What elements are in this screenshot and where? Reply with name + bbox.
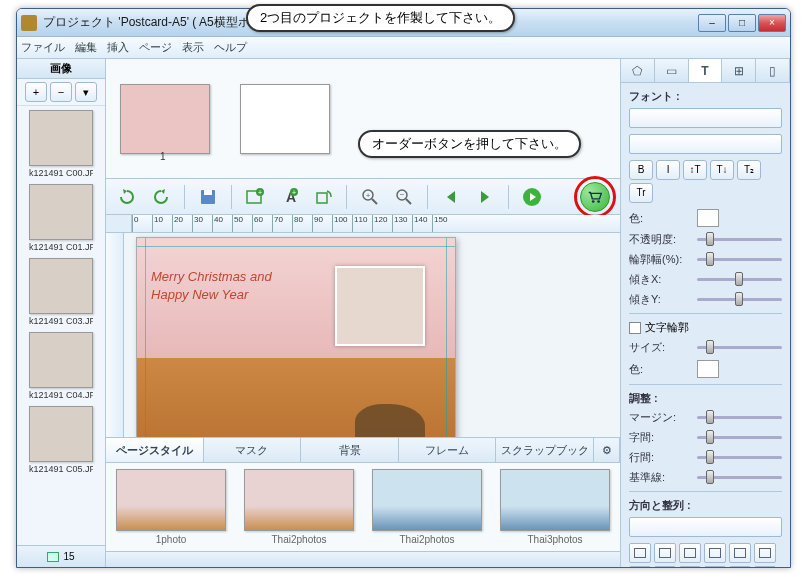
order-button[interactable] — [580, 182, 610, 212]
prop-baseline-label: 基準線: — [629, 470, 691, 485]
skewx-slider[interactable] — [697, 278, 782, 281]
image-thumb[interactable]: k121491 C00.JPG — [29, 110, 93, 178]
tab-settings-gear[interactable]: ⚙ — [594, 438, 620, 462]
bold-button[interactable]: B — [629, 160, 653, 180]
next-button[interactable] — [472, 184, 498, 210]
align-middle-button[interactable] — [729, 543, 751, 563]
outline-color-swatch[interactable] — [697, 360, 719, 378]
guide-line — [446, 238, 447, 437]
ruler-vertical — [106, 233, 124, 437]
align-h1-button[interactable] — [629, 566, 651, 567]
italic-button[interactable]: I — [656, 160, 680, 180]
align-v3-button[interactable] — [754, 566, 776, 567]
menu-insert[interactable]: 挿入 — [107, 40, 129, 55]
menu-view[interactable]: 表示 — [182, 40, 204, 55]
image-thumb[interactable]: k121491 C05.JPG — [29, 406, 93, 474]
image-thumb[interactable]: k121491 C04.JPG — [29, 332, 93, 400]
balloon-create-project: 2つ目のプロジェクトを作製して下さい。 — [246, 4, 515, 32]
rtab-page-icon[interactable]: ▯ — [756, 59, 790, 82]
prev-button[interactable] — [438, 184, 464, 210]
size-slider[interactable] — [697, 346, 782, 349]
font-size-combo[interactable] — [629, 134, 782, 154]
maximize-button[interactable]: □ — [728, 14, 756, 32]
play-button[interactable] — [519, 184, 545, 210]
tr-button[interactable]: Tr — [629, 183, 653, 203]
vertical-text-button[interactable]: ↕T — [683, 160, 707, 180]
rtab-align-icon[interactable]: ⊞ — [722, 59, 756, 82]
greeting-text[interactable]: Merry Christmas and Happy New Year — [151, 268, 272, 304]
align-v1-button[interactable] — [704, 566, 726, 567]
minimize-button[interactable]: – — [698, 14, 726, 32]
elephant-graphic[interactable] — [355, 404, 425, 437]
tp-button[interactable]: T↓ — [710, 160, 734, 180]
undo-button[interactable] — [114, 184, 140, 210]
text-color-swatch[interactable] — [697, 209, 719, 227]
thumb-label: k121491 C00.JPG — [29, 168, 93, 178]
view-mode-icon[interactable] — [47, 552, 59, 562]
rtab-shape-icon[interactable]: ⬠ — [621, 59, 655, 82]
rotate-button[interactable] — [310, 184, 336, 210]
align-bottom-button[interactable] — [754, 543, 776, 563]
tab-background[interactable]: 背景 — [301, 438, 399, 462]
svg-text:+: + — [258, 189, 262, 196]
margin-slider[interactable] — [697, 416, 782, 419]
rtab-text-icon[interactable]: T — [689, 59, 723, 82]
bottom-tabs: ページスタイル マスク 背景 フレーム スクラップブック ⚙ — [106, 437, 620, 463]
text-outline-checkbox[interactable] — [629, 322, 641, 334]
svg-point-17 — [597, 200, 600, 203]
menu-file[interactable]: ファイル — [21, 40, 65, 55]
tab-mask[interactable]: マスク — [204, 438, 302, 462]
opacity-slider[interactable] — [697, 238, 782, 241]
postcard-canvas[interactable]: Merry Christmas and Happy New Year — [136, 237, 456, 437]
tab-scrapbook[interactable]: スクラップブック — [496, 438, 594, 462]
main-toolbar: + A+ + − — [106, 179, 620, 215]
charspace-slider[interactable] — [697, 436, 782, 439]
menu-edit[interactable]: 編集 — [75, 40, 97, 55]
image-tool-dropdown[interactable]: ▾ — [75, 82, 97, 102]
photo-placeholder[interactable] — [335, 266, 425, 346]
image-thumb[interactable]: k121491 C03.JPG — [29, 258, 93, 326]
add-text-icon[interactable]: A+ — [276, 184, 302, 210]
baseline-slider[interactable] — [697, 476, 782, 479]
close-button[interactable]: × — [758, 14, 786, 32]
template-item[interactable]: 1photo — [116, 469, 226, 545]
add-image-icon[interactable]: + — [242, 184, 268, 210]
add-image-button[interactable]: + — [25, 82, 47, 102]
align-top-button[interactable] — [704, 543, 726, 563]
page-thumb-1[interactable] — [120, 84, 210, 154]
redo-button[interactable] — [148, 184, 174, 210]
ruler-tick: 150 — [432, 215, 452, 232]
template-item[interactable]: Thai3photos — [500, 469, 610, 545]
menu-page[interactable]: ページ — [139, 40, 172, 55]
template-item[interactable]: Thai2photos — [244, 469, 354, 545]
font-family-combo[interactable] — [629, 108, 782, 128]
app-icon — [21, 15, 37, 31]
save-button[interactable] — [195, 184, 221, 210]
align-right-button[interactable] — [679, 543, 701, 563]
menu-help[interactable]: ヘルプ — [214, 40, 247, 55]
zoom-in-button[interactable]: + — [357, 184, 383, 210]
tab-page-style[interactable]: ページスタイル — [106, 438, 204, 462]
align-h2-button[interactable] — [654, 566, 676, 567]
svg-text:+: + — [366, 191, 371, 200]
align-center-button[interactable] — [654, 543, 676, 563]
tab-frame[interactable]: フレーム — [399, 438, 497, 462]
ruler-tick: 90 — [312, 215, 332, 232]
horizontal-scrollbar[interactable] — [106, 551, 620, 567]
page-thumb-blank[interactable] — [240, 84, 330, 154]
image-thumb-list[interactable]: k121491 C00.JPG k121491 C01.JPG k121491 … — [17, 106, 105, 545]
image-thumb[interactable]: k121491 C01.JPG — [29, 184, 93, 252]
ruler-tick: 10 — [152, 215, 172, 232]
remove-image-button[interactable]: − — [50, 82, 72, 102]
align-h3-button[interactable] — [679, 566, 701, 567]
align-v2-button[interactable] — [729, 566, 751, 567]
direction-combo[interactable] — [629, 517, 782, 537]
align-left-button[interactable] — [629, 543, 651, 563]
template-item[interactable]: Thai2photos — [372, 469, 482, 545]
linespace-slider[interactable] — [697, 456, 782, 459]
rtab-rect-icon[interactable]: ▭ — [655, 59, 689, 82]
zoom-out-button[interactable]: − — [391, 184, 417, 210]
subscript-button[interactable]: T₂ — [737, 160, 761, 180]
outline-slider[interactable] — [697, 258, 782, 261]
skewy-slider[interactable] — [697, 298, 782, 301]
